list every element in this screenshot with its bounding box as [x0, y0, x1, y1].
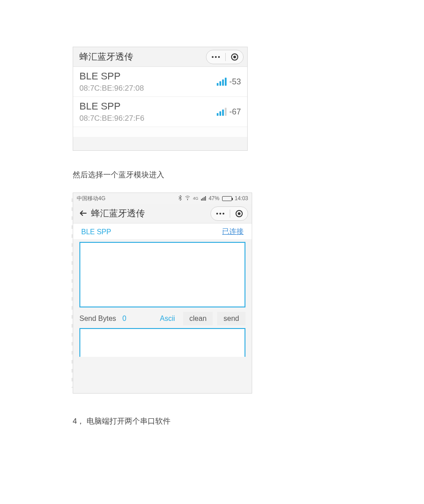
signal-bars-icon: [217, 78, 227, 86]
bluetooth-icon: [178, 195, 182, 202]
device-name: BLE SPP: [79, 70, 217, 82]
app-title: 蜂汇蓝牙透传: [79, 51, 206, 63]
caption-open-serial: 4， 电脑端打开两个串口软件: [73, 416, 424, 426]
send-panel[interactable]: [79, 328, 245, 357]
title-bar: 蜂汇蓝牙透传: [73, 204, 252, 224]
send-button[interactable]: send: [217, 312, 245, 325]
close-target-icon[interactable]: [231, 53, 238, 61]
device-row[interactable]: BLE SPP 08:7C:BE:96:27:08 -53: [73, 67, 247, 97]
device-mac: 08:7C:BE:96:27:F6: [79, 114, 217, 123]
miniprogram-menu-pill[interactable]: [210, 206, 248, 221]
signal-bars-icon: [217, 108, 227, 116]
pill-separator: [225, 53, 226, 61]
app-title: 蜂汇蓝牙透传: [91, 207, 210, 219]
wifi-icon: [185, 195, 190, 202]
svg-point-0: [187, 199, 188, 200]
device-rssi: -67: [229, 107, 241, 117]
device-row[interactable]: BLE SPP 08:7C:BE:96:27:F6 -67: [73, 97, 247, 127]
device-rssi: -53: [229, 77, 241, 87]
close-target-icon[interactable]: [236, 210, 243, 217]
miniprogram-menu-pill[interactable]: [206, 50, 244, 64]
caption-select-module: 然后选择一个蓝牙模块进入: [73, 170, 424, 180]
blank-area: [73, 127, 247, 137]
screenshot-device-detail: 中国移动4G 4G 47% 14:03 蜂汇蓝牙透传 BLE SPP: [73, 193, 252, 394]
encoding-toggle[interactable]: Ascii: [160, 315, 175, 323]
connection-status-row: BLE SPP 已连接: [73, 224, 252, 239]
device-name: BLE SPP: [79, 101, 217, 112]
connection-state-link[interactable]: 已连接: [222, 227, 244, 237]
title-bar: 蜂汇蓝牙透传: [73, 47, 247, 67]
send-bytes-value: 0: [122, 315, 127, 323]
receive-panel[interactable]: [79, 242, 245, 307]
send-controls-row: Send Bytes 0 Ascii clean send: [73, 312, 252, 325]
carrier-label: 中国移动4G: [77, 195, 178, 202]
more-icon[interactable]: [216, 213, 224, 215]
cell-signal-icon: [201, 196, 206, 201]
battery-pct: 47%: [209, 195, 219, 202]
device-mac: 08:7C:BE:96:27:08: [79, 84, 217, 93]
back-icon[interactable]: [79, 209, 87, 219]
phone-status-bar: 中国移动4G 4G 47% 14:03: [73, 193, 252, 204]
more-icon[interactable]: [212, 56, 220, 58]
pill-separator: [230, 210, 230, 218]
send-bytes-label: Send Bytes: [79, 315, 116, 323]
net-label: 4G: [193, 196, 198, 201]
battery-icon: [222, 196, 232, 201]
connected-device-name: BLE SPP: [81, 228, 111, 236]
status-time: 14:03: [235, 195, 248, 202]
screenshot-device-list: 蜂汇蓝牙透传 BLE SPP 08:7C:BE:96:27:08 -53 BLE…: [73, 47, 248, 151]
clean-button[interactable]: clean: [183, 312, 213, 325]
